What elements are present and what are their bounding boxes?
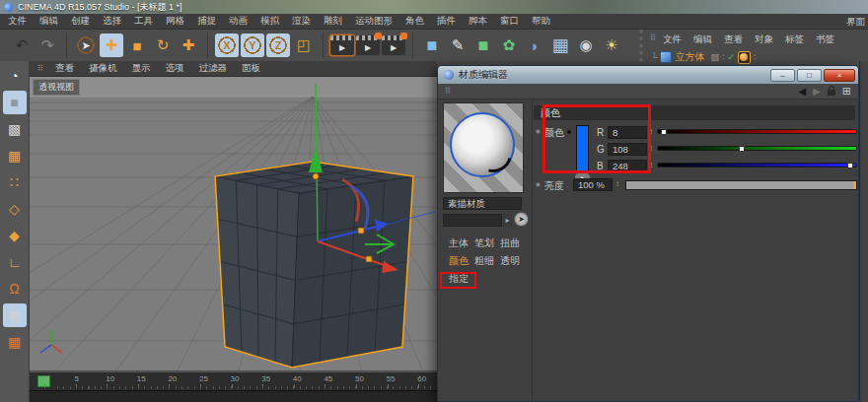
workplane-mode-icon[interactable]: ▦ <box>3 330 27 354</box>
editor-visibility-icon[interactable]: ▨ <box>710 52 719 62</box>
workplane-icon[interactable]: ▦ <box>3 144 27 168</box>
environment-icon[interactable]: ▦ <box>548 34 572 57</box>
brightness-slider[interactable] <box>625 180 857 190</box>
rotate-tool-icon[interactable]: ↻ <box>151 34 175 57</box>
undo-icon[interactable]: ↶ <box>10 34 34 57</box>
menu-item-15[interactable]: 窗口 <box>500 15 519 28</box>
render-visibility-icon[interactable]: ∶ <box>722 52 724 62</box>
vp-menu-item-5[interactable]: 面板 <box>242 62 260 75</box>
model-mode-icon[interactable]: ■ <box>3 91 27 114</box>
material-editor-titlebar[interactable]: 材质编辑器 – □ × <box>438 66 858 84</box>
channel-item-5[interactable]: 透明 <box>494 255 520 266</box>
menu-item-2[interactable]: 创建 <box>71 15 90 28</box>
interface-menu[interactable]: 界面 <box>846 14 865 30</box>
channel-item-2[interactable]: 扭曲 <box>494 237 520 248</box>
y-axis-lock-icon[interactable]: Y <box>241 34 264 57</box>
lock-icon[interactable] <box>828 90 835 96</box>
om-menu-item-2[interactable]: 查看 <box>724 34 743 46</box>
channel-item-0[interactable]: 主体 <box>443 237 469 248</box>
nav-back-icon[interactable]: ◀ <box>798 86 806 97</box>
enabled-check-icon[interactable]: ✓ <box>727 52 735 62</box>
render-view-icon[interactable]: ▶ <box>330 35 354 55</box>
add-primitive-icon[interactable]: ■ <box>420 34 444 57</box>
om-menu-item-4[interactable]: 标签 <box>785 34 804 46</box>
om-menu-item-1[interactable]: 编辑 <box>693 34 712 46</box>
phong-tag-icon[interactable]: ∶ <box>754 52 756 62</box>
add-window-icon[interactable]: ⊞ <box>842 85 851 98</box>
menu-item-10[interactable]: 雕刻 <box>324 15 342 28</box>
menu-item-14[interactable]: 脚本 <box>469 15 487 28</box>
last-tool-icon[interactable]: ✚ <box>177 34 200 57</box>
axis-mode-icon[interactable]: ∟ <box>3 250 27 274</box>
menu-item-3[interactable]: 选择 <box>103 15 121 28</box>
camera-icon[interactable]: ◉ <box>574 34 598 57</box>
r-slider[interactable] <box>657 129 857 134</box>
timeline-ruler[interactable]: 051015202530354045505560 <box>30 371 437 390</box>
om-menu-item-3[interactable]: 对象 <box>755 34 773 46</box>
generators-icon[interactable]: ■ <box>471 34 495 57</box>
texture-mode-icon[interactable]: ▩ <box>3 117 27 141</box>
point-mode-icon[interactable]: ∷ <box>3 170 27 194</box>
menu-item-12[interactable]: 角色 <box>405 15 424 28</box>
nav-forward-icon[interactable]: ▶ <box>813 86 821 97</box>
menu-item-0[interactable]: 文件 <box>8 15 27 28</box>
om-menu-item-0[interactable]: 文件 <box>663 34 682 46</box>
polygon-mode-icon[interactable]: ◆ <box>3 224 27 247</box>
om-menu-item-5[interactable]: 书签 <box>816 34 834 46</box>
minimize-button[interactable]: – <box>770 69 795 82</box>
menu-item-6[interactable]: 捕捉 <box>197 15 216 28</box>
material-preview[interactable] <box>443 102 524 193</box>
deformers-icon[interactable]: ◗ <box>523 34 546 57</box>
menu-item-7[interactable]: 动画 <box>229 15 248 28</box>
lights-icon[interactable]: ☀ <box>600 34 623 57</box>
vp-menu-item-2[interactable]: 显示 <box>132 62 151 75</box>
b-slider-knob[interactable] <box>847 163 853 168</box>
r-slider-knob[interactable] <box>661 129 667 135</box>
channel-item-1[interactable]: 笔划 <box>469 237 494 248</box>
vp-menu-item-4[interactable]: 过滤器 <box>199 62 228 75</box>
menu-item-8[interactable]: 模拟 <box>260 15 279 28</box>
x-axis-lock-icon[interactable]: X <box>215 34 239 57</box>
z-axis-lock-icon[interactable]: Z <box>266 34 290 57</box>
live-selection-icon[interactable]: ➤ <box>74 34 98 57</box>
material-name-field[interactable]: 素描材质 <box>443 197 522 210</box>
menu-item-9[interactable]: 渲染 <box>292 15 311 28</box>
vp-menu-item-0[interactable]: 查看 <box>55 62 74 75</box>
edge-mode-icon[interactable]: ◇ <box>3 197 27 221</box>
viewport-canvas[interactable] <box>30 77 437 370</box>
make-editable-icon[interactable]: ◔ <box>3 64 27 88</box>
brightness-value-field[interactable]: 100 % <box>573 178 613 191</box>
preview-size-field[interactable] <box>443 214 502 227</box>
g-slider-knob[interactable] <box>739 146 745 152</box>
close-button[interactable]: × <box>824 69 855 82</box>
scale-tool-icon[interactable]: ■ <box>125 34 149 57</box>
menu-item-16[interactable]: 帮助 <box>532 15 550 28</box>
channel-item-4[interactable]: 粗细 <box>469 255 494 266</box>
channel-item-3[interactable]: 颜色 <box>443 255 469 266</box>
object-row[interactable]: └ 立方体 ▨∶✓∶ <box>643 50 868 64</box>
brightness-param-dot[interactable] <box>536 182 541 187</box>
brightness-stepper[interactable]: ↕ <box>615 179 619 188</box>
mograph-icon[interactable]: ✿ <box>497 34 521 57</box>
vp-menu-item-3[interactable]: 选项 <box>166 62 184 75</box>
view-label[interactable]: 透视视图 <box>33 79 80 96</box>
menu-item-4[interactable]: 工具 <box>134 15 153 28</box>
g-slider[interactable] <box>657 146 857 151</box>
menu-item-1[interactable]: 编辑 <box>39 15 58 28</box>
move-tool-icon[interactable]: ✚ <box>100 34 123 57</box>
menu-item-11[interactable]: 运动图形 <box>355 15 393 28</box>
object-name[interactable]: 立方体 <box>675 50 704 64</box>
material-tag-icon[interactable] <box>738 51 751 64</box>
redo-icon[interactable]: ↷ <box>36 34 59 57</box>
maximize-button[interactable]: □ <box>797 69 822 82</box>
snap-icon[interactable]: Ω <box>3 277 27 301</box>
b-slider[interactable] <box>657 163 857 168</box>
coordinate-system-icon[interactable]: ◰ <box>292 34 316 57</box>
menu-item-13[interactable]: 插件 <box>437 15 456 28</box>
menu-item-5[interactable]: 网格 <box>166 15 184 28</box>
vp-menu-item-1[interactable]: 摄像机 <box>89 62 117 75</box>
render-settings-icon[interactable]: ▶ <box>382 35 405 55</box>
spline-pen-icon[interactable]: ✎ <box>446 34 470 57</box>
pick-button[interactable]: ➤ <box>514 212 529 227</box>
render-picture-viewer-icon[interactable]: ▶ <box>356 35 380 55</box>
